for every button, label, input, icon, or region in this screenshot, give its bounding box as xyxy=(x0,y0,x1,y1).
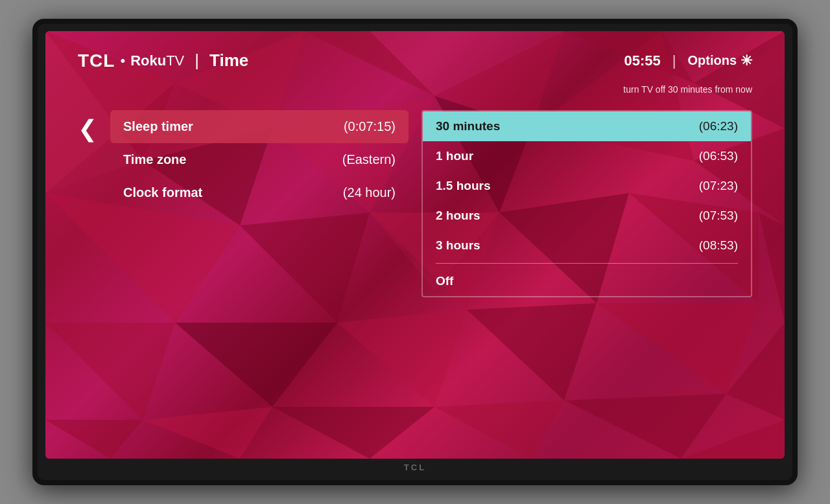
option-1-hour[interactable]: 1 hour (06:53) xyxy=(423,141,751,171)
brand-tv-suffix: TV xyxy=(166,52,184,69)
options-icon: ✳ xyxy=(741,52,752,69)
option-1hr-label: 1 hour xyxy=(436,149,473,163)
header-brand: TCL • Roku TV | Time xyxy=(78,51,248,71)
option-1-5hr-label: 1.5 hours xyxy=(436,179,490,193)
tv-bottom-bar: TCL xyxy=(38,459,792,474)
tv-screen: TCL • Roku TV | Time 05:55 | Options ✳ xyxy=(45,31,785,459)
page-title: Time xyxy=(209,51,248,71)
option-1hr-time: (06:53) xyxy=(699,149,738,163)
time-zone-label: Time zone xyxy=(123,152,186,167)
option-30-min-label: 30 minutes xyxy=(436,119,500,133)
menu-item-clock-format[interactable]: Clock format (24 hour) xyxy=(110,176,409,209)
option-3-hours[interactable]: 3 hours (08:53) xyxy=(423,231,751,260)
options-divider xyxy=(436,263,738,264)
sleep-timer-label: Sleep timer xyxy=(123,119,193,134)
header: TCL • Roku TV | Time 05:55 | Options ✳ xyxy=(78,51,752,71)
option-30-minutes[interactable]: 30 minutes (06:23) xyxy=(423,111,751,141)
header-separator: | xyxy=(195,51,199,71)
menu-item-time-zone[interactable]: Time zone (Eastern) xyxy=(110,143,409,176)
option-2hr-label: 2 hours xyxy=(436,209,480,223)
clock-format-label: Clock format xyxy=(123,185,202,200)
left-menu: Sleep timer (0:07:15) Time zone (Eastern… xyxy=(110,110,409,209)
brand-roku: Roku xyxy=(130,52,166,69)
header-right-divider: | xyxy=(672,52,676,69)
option-off[interactable]: Off xyxy=(423,266,751,296)
header-right: 05:55 | Options ✳ xyxy=(624,52,752,69)
option-2hr-time: (07:53) xyxy=(699,209,738,223)
options-button[interactable]: Options ✳ xyxy=(687,52,752,69)
option-off-label: Off xyxy=(436,274,453,288)
sleep-timer-value: (0:07:15) xyxy=(344,119,396,134)
brand-dot: • xyxy=(120,52,125,69)
clock-format-value: (24 hour) xyxy=(343,185,396,200)
tv-outer: TCL • Roku TV | Time 05:55 | Options ✳ xyxy=(32,19,798,485)
sleep-options-panel: 30 minutes (06:23) 1 hour (06:53) 1.5 ho… xyxy=(421,110,752,297)
option-3hr-label: 3 hours xyxy=(436,238,480,253)
main-content: ❮ Sleep timer (0:07:15) Time zone (Easte… xyxy=(78,110,752,297)
tv-content: TCL • Roku TV | Time 05:55 | Options ✳ xyxy=(45,31,785,459)
clock-display: 05:55 xyxy=(624,52,660,69)
brand-tcl: TCL xyxy=(78,51,115,71)
option-1-5hr-time: (07:23) xyxy=(699,179,738,193)
option-3hr-time: (08:53) xyxy=(699,238,738,253)
back-button[interactable]: ❮ xyxy=(78,115,97,143)
menu-item-sleep-timer[interactable]: Sleep timer (0:07:15) xyxy=(110,110,409,143)
time-zone-value: (Eastern) xyxy=(342,152,396,167)
option-2-hours[interactable]: 2 hours (07:53) xyxy=(423,201,751,231)
tv-brand-bottom-label: TCL xyxy=(404,463,426,472)
options-label: Options xyxy=(687,53,737,68)
option-30-min-time: (06:23) xyxy=(699,119,738,133)
subtitle-text: turn TV off 30 minutes from now xyxy=(78,84,752,95)
option-1-5-hours[interactable]: 1.5 hours (07:23) xyxy=(423,171,751,201)
